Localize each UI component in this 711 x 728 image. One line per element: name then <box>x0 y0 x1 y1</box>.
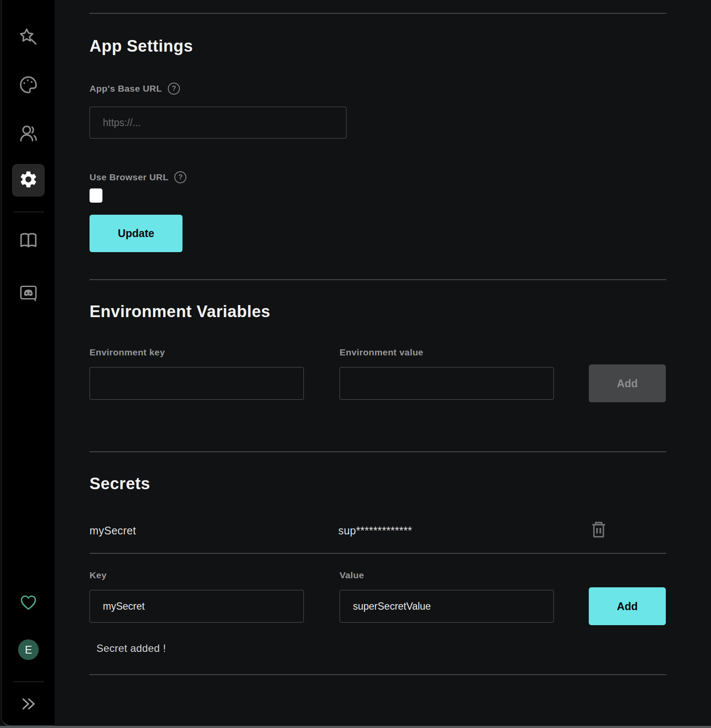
sidebar-collapse-button[interactable] <box>2 694 55 713</box>
sidebar-item-favorite[interactable] <box>2 593 55 612</box>
use-browser-url-checkbox[interactable] <box>90 188 102 203</box>
base-url-label: App's Base URL <box>90 83 162 94</box>
discord-icon <box>18 282 39 303</box>
sidebar-item-discord[interactable] <box>2 282 55 303</box>
environment-value-input[interactable] <box>340 367 554 400</box>
users-icon <box>18 123 39 144</box>
environment-add-button[interactable]: Add <box>589 364 666 402</box>
double-chevron-right-icon <box>19 694 38 713</box>
secret-key-input[interactable] <box>90 590 304 623</box>
sidebar-item-settings-active[interactable] <box>12 164 45 197</box>
section-divider <box>90 451 666 452</box>
secret-masked-value: sup************* <box>338 524 412 537</box>
section-divider <box>90 13 666 14</box>
window-bottom-edge <box>0 726 711 728</box>
secret-value-label: Value <box>340 570 364 580</box>
sidebar: E <box>1 0 55 726</box>
environment-value-label: Environment value <box>340 347 424 358</box>
secret-add-button[interactable]: Add <box>589 587 666 625</box>
section-divider <box>90 674 666 675</box>
secret-value-input[interactable] <box>340 590 554 623</box>
help-circle-icon[interactable]: ? <box>168 83 180 95</box>
environment-key-input[interactable] <box>90 367 304 400</box>
sidebar-item-theme[interactable] <box>2 74 55 95</box>
row-divider <box>90 553 666 554</box>
magic-wand-icon <box>18 27 39 47</box>
delete-secret-button[interactable] <box>590 520 608 541</box>
environment-key-label: Environment key <box>90 347 165 358</box>
book-icon <box>18 230 39 251</box>
sidebar-item-magic[interactable] <box>2 27 55 47</box>
secret-row: mySecret sup************* <box>90 520 666 541</box>
secrets-title: Secrets <box>90 474 666 494</box>
help-circle-icon[interactable]: ? <box>174 171 186 183</box>
sidebar-item-docs[interactable] <box>2 230 55 251</box>
secret-name: mySecret <box>90 524 338 537</box>
base-url-input[interactable] <box>90 107 346 139</box>
settings-page: App Settings App's Base URL ? Use Browse… <box>55 0 711 726</box>
secret-key-label: Key <box>90 570 107 580</box>
palette-icon <box>18 74 39 95</box>
avatar[interactable]: E <box>18 639 39 660</box>
app-settings-title: App Settings <box>90 36 666 56</box>
heart-icon <box>19 593 38 612</box>
gear-icon <box>19 170 38 191</box>
sidebar-divider <box>13 212 44 212</box>
use-browser-url-label: Use Browser URL <box>90 172 168 182</box>
sidebar-divider <box>13 682 44 682</box>
environment-variables-title: Environment Variables <box>90 302 666 321</box>
sidebar-item-users[interactable] <box>2 123 55 144</box>
update-button[interactable]: Update <box>90 215 182 252</box>
section-divider <box>90 279 666 280</box>
avatar-initial: E <box>25 644 32 656</box>
secret-status-message: Secret added ! <box>90 642 666 654</box>
app-window: { "colors": { "accent_cyan": "#6ce5e8", … <box>0 0 711 728</box>
